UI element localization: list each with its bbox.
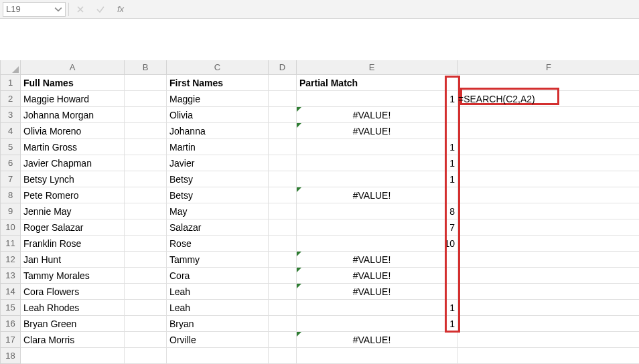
cell-E13[interactable]: #VALUE! [297,268,447,284]
cell-B12[interactable] [125,252,167,268]
cell-C15[interactable]: Leah [167,300,269,316]
cell-D10[interactable] [269,219,297,236]
name-box-input[interactable] [6,4,46,14]
cell-A16[interactable]: Bryan Green [21,316,125,332]
cell-A3[interactable]: Johanna Morgan [21,107,125,123]
cell-F15[interactable] [458,300,639,316]
cell-F17[interactable] [458,332,639,348]
col-header-A[interactable]: A [21,60,125,75]
cell-E10[interactable] [297,219,447,236]
row-header-3[interactable]: 3 [1,107,21,123]
cell-E9[interactable] [297,203,447,219]
cell-E15[interactable] [297,300,447,316]
row-header-10[interactable]: 10 [1,219,21,236]
cell-C17[interactable]: Orville [167,332,269,348]
cell-B17[interactable] [125,332,167,348]
cell-E8-tail[interactable] [447,187,458,203]
cell-D1[interactable] [269,75,297,91]
cell-B4[interactable] [125,123,167,139]
row-header-7[interactable]: 7 [1,171,21,187]
cell-B11[interactable] [125,236,167,252]
col-header-F[interactable]: F [458,60,639,75]
cell-C14[interactable]: Leah [167,284,269,300]
cell-E16-tail[interactable]: 1 [447,316,458,332]
cell-B9[interactable] [125,203,167,219]
cell-E2[interactable] [297,91,447,107]
cell-D18[interactable] [269,348,297,364]
cell-E6-tail[interactable]: 1 [447,155,458,171]
cell-A4[interactable]: Olivia Moreno [21,123,125,139]
cell-F10[interactable] [458,219,639,236]
col-header-B[interactable]: B [125,60,167,75]
cell-D9[interactable] [269,203,297,219]
cell-A18[interactable] [21,348,125,364]
row-header-2[interactable]: 2 [1,91,21,107]
row-header-18[interactable]: 18 [1,348,21,364]
cell-E12[interactable]: #VALUE! [297,252,447,268]
cell-C10[interactable]: Salazar [167,219,269,236]
cell-A8[interactable]: Pete Romero [21,187,125,203]
cell-E2-tail[interactable]: 1 [447,91,458,107]
cell-B3[interactable] [125,107,167,123]
row-header-17[interactable]: 17 [1,332,21,348]
cell-E14-tail[interactable] [447,284,458,300]
cell-E3-tail[interactable] [447,107,458,123]
row-header-16[interactable]: 16 [1,316,21,332]
row-header-5[interactable]: 5 [1,139,21,155]
cell-E17[interactable]: #VALUE! [297,332,447,348]
cell-B6[interactable] [125,155,167,171]
cell-B18[interactable] [125,348,167,364]
cell-E18-tail[interactable] [447,348,458,364]
cell-D11[interactable] [269,236,297,252]
cell-E3[interactable]: #VALUE! [297,107,447,123]
row-header-14[interactable]: 14 [1,284,21,300]
cell-E5-tail[interactable]: 1 [447,139,458,155]
cell-A1[interactable]: Full Names [21,75,125,91]
cell-C12[interactable]: Tammy [167,252,269,268]
cell-A15[interactable]: Leah Rhodes [21,300,125,316]
cell-C6[interactable]: Javier [167,155,269,171]
cell-E1[interactable]: Partial Match [297,75,447,91]
cell-A2[interactable]: Maggie Howard [21,91,125,107]
cell-D15[interactable] [269,300,297,316]
cell-A5[interactable]: Martin Gross [21,139,125,155]
cell-E7-tail[interactable]: 1 [447,171,458,187]
cell-B7[interactable] [125,171,167,187]
cell-B2[interactable] [125,91,167,107]
cell-E4[interactable]: #VALUE! [297,123,447,139]
cell-D2[interactable] [269,91,297,107]
cell-D8[interactable] [269,187,297,203]
select-all-corner[interactable] [1,60,21,75]
cell-C18[interactable] [167,348,269,364]
cell-B15[interactable] [125,300,167,316]
spreadsheet-grid[interactable]: ABCDEF1Full NamesFirst NamesPartial Matc… [0,60,639,364]
cell-B8[interactable] [125,187,167,203]
cell-E7[interactable] [297,171,447,187]
cell-D16[interactable] [269,316,297,332]
cell-B16[interactable] [125,316,167,332]
row-header-12[interactable]: 12 [1,252,21,268]
cell-C9[interactable]: May [167,203,269,219]
cell-D13[interactable] [269,268,297,284]
cell-C8[interactable]: Betsy [167,187,269,203]
cell-F18[interactable] [458,348,639,364]
cell-B14[interactable] [125,284,167,300]
cell-C1[interactable]: First Names [167,75,269,91]
cell-E6[interactable] [297,155,447,171]
cell-B1[interactable] [125,75,167,91]
cell-E18[interactable] [297,348,447,364]
col-header-C[interactable]: C [167,60,269,75]
formula-input[interactable] [132,2,636,17]
cell-E11[interactable] [297,236,447,252]
row-header-13[interactable]: 13 [1,268,21,284]
cell-F3[interactable] [458,107,639,123]
cell-E8[interactable]: #VALUE! [297,187,447,203]
cell-F4[interactable] [458,123,639,139]
cell-F1[interactable] [458,75,639,91]
cell-F12[interactable] [458,252,639,268]
cell-C7[interactable]: Betsy [167,171,269,187]
name-box[interactable] [3,2,66,17]
cell-F6[interactable] [458,155,639,171]
cell-F2[interactable]: =SEARCH(C2,A2) [458,91,639,107]
cell-A11[interactable]: Franklin Rose [21,236,125,252]
